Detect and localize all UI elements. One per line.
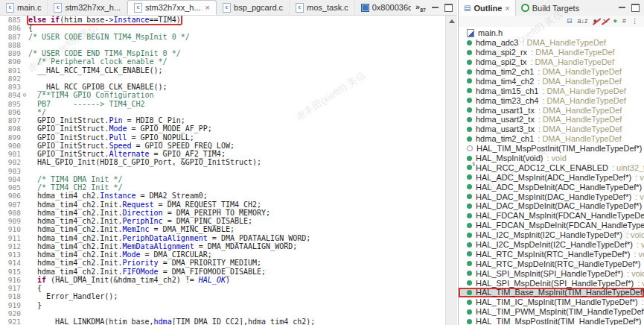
editor-tab[interactable]: cmos_task.c bbox=[290, 0, 355, 15]
line-number[interactable]: 901 bbox=[0, 150, 21, 158]
hide-fields-icon[interactable]: ● bbox=[593, 18, 597, 25]
hide-static-icon[interactable]: ➘ bbox=[602, 18, 608, 25]
line-number[interactable]: 889 bbox=[0, 49, 21, 57]
outline-item[interactable]: HAL_RTC_MspDeInit(RTC_HandleTypeDef*) : … bbox=[459, 259, 644, 268]
line-number[interactable]: 906 bbox=[0, 192, 21, 200]
outline-item[interactable]: HAL_MspInit(void) : void bbox=[459, 154, 644, 163]
line-number[interactable]: 898 bbox=[0, 124, 21, 133]
line-number[interactable]: 920 bbox=[0, 309, 21, 318]
code-line: 886{ bbox=[0, 24, 445, 32]
outline-item[interactable]: HAL_TIM_PWM_MspInit(TIM_HandleTypeDef*) … bbox=[459, 307, 644, 317]
scroll-up-icon[interactable] bbox=[449, 19, 455, 23]
line-number[interactable]: 921 bbox=[0, 318, 21, 325]
line-number[interactable]: 917 bbox=[0, 284, 21, 292]
close-icon[interactable]: × bbox=[205, 3, 210, 12]
editor-tab[interactable]: cmain.c bbox=[0, 0, 48, 15]
editor-tab[interactable]: cbsp_pgcard.c bbox=[217, 0, 290, 15]
outline-item[interactable]: HAL_TIM_MspPostInit(TIM_HandleTypeDef*) … bbox=[459, 317, 644, 325]
outline-item[interactable]: HAL_TIM_IC_MspInit(TIM_HandleTypeDef*) :… bbox=[459, 297, 644, 307]
tab-overflow-chevron[interactable]: »87 bbox=[415, 2, 426, 13]
line-number[interactable]: 903 bbox=[0, 167, 21, 175]
line-number[interactable]: 892 bbox=[0, 75, 21, 83]
code-line: 904 /* TIM4 DMA Init */ bbox=[0, 175, 445, 183]
line-number[interactable]: 909 bbox=[0, 217, 21, 225]
line-number[interactable]: 902 bbox=[0, 158, 21, 166]
outline-item[interactable]: hdma_tim2_ch1 : DMA_HandleTypeDef bbox=[459, 134, 644, 144]
outline-item[interactable]: HAL_I2C_MspInit(I2C_HandleTypeDef*) : vo… bbox=[459, 230, 644, 240]
maximize-icon[interactable] bbox=[631, 4, 640, 12]
editor-scrollbar[interactable] bbox=[445, 16, 457, 325]
close-icon[interactable]: × bbox=[505, 4, 509, 13]
code-line: 905 /* TIM4_CH2 Init */ bbox=[0, 183, 445, 192]
outline-item[interactable]: hdma_tim23_ch4 : DMA_HandleTypeDef bbox=[459, 95, 644, 105]
line-number[interactable]: 908 bbox=[0, 209, 21, 217]
line-number[interactable]: 907 bbox=[0, 201, 21, 209]
hide-inactive-icon[interactable]: # bbox=[622, 18, 626, 25]
fold-marker-icon[interactable]: ⊖ bbox=[21, 91, 28, 99]
code-editor[interactable]: 885else if(htim_base->Instance==TIM4)886… bbox=[0, 16, 445, 325]
line-number[interactable]: 905 bbox=[0, 183, 21, 192]
view-menu-icon[interactable]: ⋮ bbox=[631, 18, 638, 25]
line-number[interactable]: 904 bbox=[0, 175, 21, 183]
outline-item[interactable]: hdma_spi2_rx : DMA_HandleTypeDef bbox=[459, 48, 644, 57]
variable-icon bbox=[467, 60, 472, 65]
editor-tab[interactable]: 0x800036c bbox=[355, 0, 411, 15]
outline-item[interactable]: HAL_DAC_MspDeInit(DAC_HandleTypeDef*) : … bbox=[459, 201, 644, 211]
outline-item[interactable]: hdma_tim2_ch1 : DMA_HandleTypeDef bbox=[459, 67, 644, 77]
tab-outline[interactable]: ▤ Outline × bbox=[459, 0, 516, 16]
editor-tab[interactable]: cstm32h7xx_h... bbox=[48, 0, 127, 15]
line-number[interactable]: 919 bbox=[0, 301, 21, 309]
line-number[interactable]: 915 bbox=[0, 268, 21, 276]
tab-build-targets[interactable]: Build Targets bbox=[516, 0, 584, 16]
outline-item[interactable]: HAL_FDCAN_MspInit(FDCAN_HandleTypeDef*) … bbox=[459, 211, 644, 221]
line-number[interactable]: 891 bbox=[0, 66, 21, 75]
minimize-icon[interactable] bbox=[619, 4, 625, 11]
outline-item[interactable]: hdma_usart2_tx : DMA_HandleTypeDef bbox=[459, 115, 644, 124]
outline-item[interactable]: HAL_TIM_MspPostInit(TIM_HandleTypeDef*) … bbox=[459, 144, 644, 154]
outline-item[interactable]: HAL_SPI_MspInit(SPI_HandleTypeDef*) : vo… bbox=[459, 268, 644, 278]
line-number[interactable]: 912 bbox=[0, 242, 21, 250]
sort-icon[interactable]: a↓z bbox=[578, 18, 588, 25]
line-number[interactable]: 914 bbox=[0, 259, 21, 267]
line-number[interactable]: 895 bbox=[0, 100, 21, 108]
outline-item[interactable]: HAL_I2C_MspDeInit(I2C_HandleTypeDef*) : … bbox=[459, 240, 644, 250]
outline-item[interactable]: HAL_RTC_MspInit(RTC_HandleTypeDef*) : vo… bbox=[459, 249, 644, 259]
line-number[interactable]: 888 bbox=[0, 41, 21, 49]
line-number[interactable]: 896 bbox=[0, 108, 21, 116]
outline-item[interactable]: hdma_usart1_tx : DMA_HandleTypeDef bbox=[459, 105, 644, 115]
maximize-icon[interactable] bbox=[444, 4, 453, 12]
line-number[interactable]: 910 bbox=[0, 225, 21, 233]
line-number[interactable]: 890 bbox=[0, 57, 21, 66]
line-number[interactable]: 899 bbox=[0, 133, 21, 142]
outline-item[interactable]: HAL_ADC_MspInit(ADC_HandleTypeDef*) : vo… bbox=[459, 172, 644, 182]
line-number[interactable]: 887 bbox=[0, 33, 21, 41]
outline-item[interactable]: sHAL_RCC_ADC12_CLK_ENABLED : uint32_t bbox=[459, 162, 644, 172]
outline-item[interactable]: main.h bbox=[459, 28, 644, 38]
outline-item[interactable]: HAL_ADC_MspDeInit(ADC_HandleTypeDef*) : … bbox=[459, 182, 644, 192]
outline-item[interactable]: hdma_tim15_ch1 : DMA_HandleTypeDef bbox=[459, 86, 644, 95]
outline-item[interactable]: hdma_adc3 : DMA_HandleTypeDef bbox=[459, 38, 644, 48]
line-number[interactable]: 900 bbox=[0, 142, 21, 150]
hide-non-public-icon[interactable]: ● bbox=[613, 18, 617, 25]
line-number[interactable]: 893 bbox=[0, 83, 21, 91]
outline-window-buttons bbox=[619, 0, 644, 16]
outline-item[interactable]: HAL_FDCAN_MspDeInit(FDCAN_HandleTypeDef*… bbox=[459, 221, 644, 230]
editor-tab-label: 0x800036c bbox=[372, 3, 411, 12]
line-number[interactable]: 913 bbox=[0, 250, 21, 259]
outline-item[interactable]: hdma_usart3_tx : DMA_HandleTypeDef bbox=[459, 124, 644, 134]
outline-item[interactable]: hdma_spi2_tx : DMA_HandleTypeDef bbox=[459, 57, 644, 67]
line-number[interactable]: 911 bbox=[0, 234, 21, 242]
minimize-icon[interactable] bbox=[432, 4, 439, 11]
line-number[interactable]: 885 bbox=[0, 16, 21, 24]
outline-item[interactable]: hdma_tim4_ch2 : DMA_HandleTypeDef bbox=[459, 76, 644, 86]
editor-tab[interactable]: cstm32h7xx_h...× bbox=[127, 0, 217, 15]
line-number[interactable]: 897 bbox=[0, 116, 21, 124]
line-number[interactable]: 894 bbox=[0, 91, 21, 99]
line-number[interactable]: 916 bbox=[0, 276, 21, 284]
outline-item[interactable]: HAL_SPI_MspDeInit(SPI_HandleTypeDef*) : … bbox=[459, 278, 644, 288]
line-number[interactable]: 886 bbox=[0, 24, 21, 32]
outline-item[interactable]: HAL_DAC_MspInit(DAC_HandleTypeDef*) : vo… bbox=[459, 192, 644, 201]
outline-item[interactable]: HAL_TIM_Base_MspInit(TIM_HandleTypeDef*)… bbox=[459, 288, 644, 297]
collapse-all-icon[interactable]: ⊟ bbox=[567, 18, 573, 25]
line-number[interactable]: 918 bbox=[0, 292, 21, 300]
